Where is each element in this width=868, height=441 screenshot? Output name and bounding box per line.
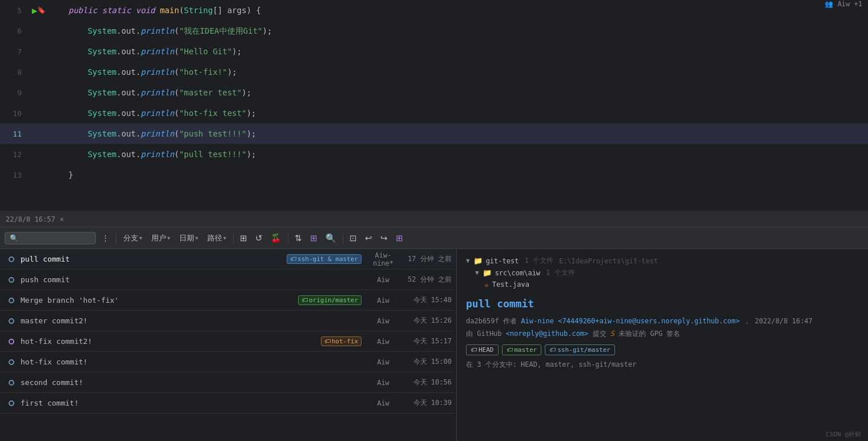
- sort-icon: ⇅: [295, 233, 302, 243]
- search-button[interactable]: 🔍: [323, 231, 339, 245]
- code-line-8: 8 System.out.println("hot-fix!");: [0, 62, 868, 82]
- expand-button[interactable]: ⊡: [347, 231, 360, 245]
- search-input[interactable]: [5, 232, 96, 244]
- code-line-5: 5 ▶ 🔖 public static void main(String[] a…: [0, 0, 868, 21]
- tree-file-label: Test.java: [492, 280, 529, 288]
- refresh-button[interactable]: ↺: [252, 231, 266, 245]
- chevron-down-icon: ▾: [139, 235, 142, 241]
- tree-src-meta: 1 个文件: [546, 268, 574, 278]
- commit-time: 今天 15:00: [400, 357, 452, 367]
- chevron-down-icon-4: ▾: [223, 235, 226, 241]
- commit-detail-title: pull commit: [466, 298, 859, 310]
- commit-tags: 🏷 origin/master: [298, 295, 361, 305]
- separator-2: [233, 232, 234, 244]
- tree-file[interactable]: ☕ Test.java: [466, 280, 859, 288]
- graph-dot-2: [5, 277, 18, 283]
- commit-row[interactable]: hot-fix commit2! 🏷 hot-fix Aiw 今天 15:17: [0, 331, 456, 352]
- close-button[interactable]: ×: [60, 215, 64, 223]
- timestamp-bar: 22/8/8 16:57 ×: [0, 211, 868, 227]
- sort-button[interactable]: ⇅: [292, 231, 305, 245]
- ssh-tag: 🏷 ssh-git/master: [545, 344, 615, 355]
- graph-dot-5: [5, 339, 18, 344]
- cherry-pick-button[interactable]: 🍒: [268, 231, 284, 245]
- redo-button[interactable]: ↪: [377, 231, 391, 245]
- cherry-icon: 🍒: [271, 233, 282, 243]
- commit-message: hot-fix commit!: [18, 358, 361, 366]
- tree-arrow-icon: ▼: [466, 257, 470, 264]
- commit-message: first commit!: [18, 399, 361, 407]
- undo-button[interactable]: ↩: [362, 231, 375, 245]
- redo-icon: ↪: [380, 233, 388, 243]
- commit-row[interactable]: first commit! Aiw 今天 10:39: [0, 393, 456, 414]
- tag-icon: 🏷: [324, 338, 331, 345]
- separator-1: [116, 232, 116, 244]
- timestamp-text: 22/8/8 16:57: [6, 215, 55, 223]
- grid-icon: ⊞: [310, 233, 318, 243]
- commit-row[interactable]: Merge branch 'hot-fix' 🏷 origin/master A…: [0, 290, 456, 311]
- user-filter-button[interactable]: 用户 ▾: [148, 231, 174, 245]
- graph-dot-1: [5, 256, 18, 262]
- tree-root[interactable]: ▼ 📁 git-test 1 个文件 E:\IdeaProjects\git-t…: [466, 256, 859, 266]
- code-line-12: 12 System.out.println("pull test!!!");: [0, 144, 868, 165]
- separator-4: [343, 232, 343, 244]
- commit-row[interactable]: push commit Aiw 52 分钟 之前: [0, 270, 456, 290]
- bookmark-icon[interactable]: 🔖: [37, 6, 46, 14]
- tag-icon: 🏷: [549, 346, 556, 354]
- commit-row[interactable]: hot-fix commit! Aiw 今天 15:00: [0, 352, 456, 372]
- date-filter-button[interactable]: 日期 ▾: [176, 231, 202, 245]
- graph-dot-3: [5, 298, 18, 303]
- commit-time: 今天 15:26: [400, 316, 452, 326]
- undo-icon: ↩: [365, 233, 372, 243]
- commit-author: Aiw: [366, 317, 400, 325]
- commit-message: hot-fix commit2!: [18, 337, 321, 346]
- folder-icon: 📁: [473, 256, 483, 265]
- tree-src[interactable]: ▼ 📁 src\com\aiw 1 个文件: [466, 268, 859, 278]
- more-icon: ⋮: [102, 234, 109, 242]
- chevron-down-icon-3: ▾: [195, 235, 198, 241]
- layout-button[interactable]: ⊞: [393, 231, 406, 245]
- commit-author: Aiw: [366, 296, 400, 304]
- commit-author-link[interactable]: Aiw-nine: [521, 317, 554, 325]
- separator-3: [288, 232, 288, 244]
- commit-row[interactable]: pull commit 🏷 ssh-git & master Aiw-nine*…: [0, 249, 456, 270]
- graph-dot-4: [5, 318, 18, 324]
- tag-icon: 🏷: [290, 255, 296, 263]
- commit-author: Aiw: [366, 276, 400, 284]
- commit-hash: da2b659f: [466, 317, 499, 325]
- layout-icon: ⊞: [396, 233, 403, 243]
- commit-author: Aiw: [366, 399, 400, 407]
- commit-time: 17 分钟 之前: [400, 254, 452, 264]
- commit-message: second commit!: [18, 378, 361, 387]
- code-line-11: 11 System.out.println("push test!!!");: [0, 123, 868, 144]
- more-options-button[interactable]: ⋮: [98, 232, 112, 244]
- commit-email-link[interactable]: <74449260+aiw-nine@users.noreply.github.…: [558, 317, 740, 325]
- commit-time: 今天 15:40: [400, 295, 452, 305]
- tag-icon: 🏷: [507, 346, 513, 354]
- refresh-icon: ↺: [255, 233, 263, 243]
- commit-meta: da2b659f 作者 Aiw-nine <74449260+aiw-nine@…: [466, 315, 859, 340]
- commit-tags: 🏷 ssh-git & master: [287, 254, 361, 264]
- code-line-9: 9 System.out.println("master test");: [0, 82, 868, 103]
- chevron-down-icon-2: ▾: [167, 235, 170, 241]
- tag-icon: 🏷: [302, 296, 308, 304]
- graph-dot-7: [5, 380, 18, 386]
- graph-dot-8: [5, 400, 18, 406]
- main-panel: pull commit 🏷 ssh-git & master Aiw-nine*…: [0, 249, 868, 441]
- grid-button[interactable]: ⊞: [307, 231, 320, 245]
- commit-author: Aiw-nine*: [366, 251, 400, 267]
- commit-message: push commit: [18, 275, 361, 284]
- submitter-email-link[interactable]: <noreply@github.com>: [506, 330, 589, 338]
- fetch-button[interactable]: ⊞: [237, 231, 250, 245]
- tag-icon: 🏷: [471, 346, 477, 354]
- commit-row[interactable]: second commit! Aiw 今天 10:56: [0, 372, 456, 393]
- code-editor: 👥 Aiw +1 5 ▶ 🔖 public static void main(S…: [0, 0, 868, 211]
- commit-time: 今天 10:56: [400, 378, 452, 387]
- path-filter-button[interactable]: 路径 ▾: [204, 231, 230, 245]
- commit-time: 今天 15:17: [400, 336, 452, 346]
- commit-list[interactable]: pull commit 🏷 ssh-git & master Aiw-nine*…: [0, 249, 457, 441]
- run-icon[interactable]: ▶: [32, 5, 38, 16]
- branch-filter-button[interactable]: 分支 ▾: [120, 231, 146, 245]
- commit-row[interactable]: master commit2! Aiw 今天 15:26: [0, 311, 456, 331]
- java-file-icon: ☕: [484, 280, 489, 288]
- commit-author: Aiw: [366, 338, 400, 346]
